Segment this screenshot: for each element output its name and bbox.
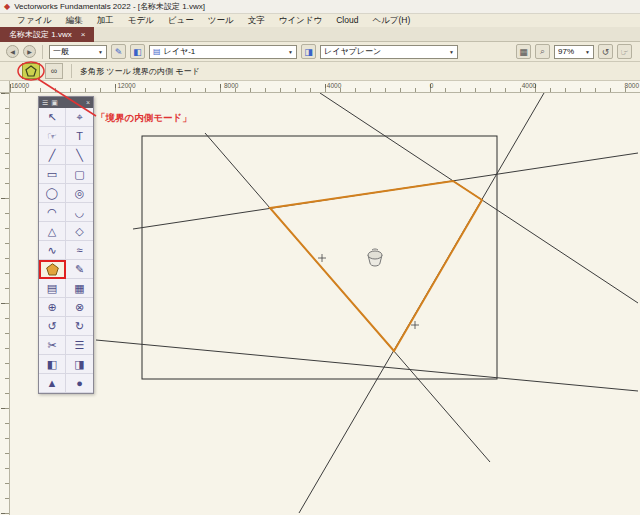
zoom-level-select[interactable]: 97% ▼ [554, 45, 594, 59]
forward-button[interactable]: ▶ [23, 45, 36, 58]
lasso-mode-button[interactable]: ∞ [45, 63, 63, 79]
palette-dock-icon[interactable]: ▣ [51, 99, 58, 107]
tool-icon[interactable]: ↖ [39, 108, 66, 127]
class-edit-button[interactable]: ✎ [111, 44, 126, 59]
menu-items: ファイル編集加工モデルビューツール文字ウインドウCloudヘルプ(H) [10, 15, 417, 27]
layer-icon: ▤ [153, 47, 161, 56]
palette-grid: ↖⌖☞T╱╲▭▢◯◎◠◡△◇∿≈✎▤▦⊕⊗↺↻✂☰◧◨▲● [39, 108, 93, 393]
tool-icon[interactable]: ☰ [66, 336, 93, 355]
menu-item[interactable]: ヘルプ(H) [365, 15, 417, 27]
boundary-inner-mode-icon [25, 65, 37, 77]
tool-icon[interactable]: ⊗ [66, 298, 93, 317]
menu-item[interactable]: ビュー [161, 15, 201, 27]
tool-icon[interactable]: △ [39, 222, 66, 241]
cross-mark [411, 321, 419, 329]
annotation-text: 「境界の内側モード」 [96, 112, 192, 125]
document-tab[interactable]: 名称未設定 1.vwx × [0, 27, 94, 42]
class-options-button[interactable]: ◧ [130, 44, 145, 59]
plane-select[interactable]: レイヤプレーン ▼ [320, 45, 458, 59]
menu-item[interactable]: 加工 [90, 15, 121, 27]
tool-icon[interactable]: ╲ [66, 146, 93, 165]
tool-icon[interactable]: ↻ [66, 317, 93, 336]
toolbar-separator [42, 45, 43, 59]
tool-icon[interactable]: ◎ [66, 184, 93, 203]
lasso-icon: ∞ [51, 66, 57, 76]
rotate-view-button[interactable]: ↺ [598, 44, 613, 59]
tool-icon[interactable]: ↺ [39, 317, 66, 336]
ruler-corner [0, 81, 10, 93]
menu-item[interactable]: ウインドウ [272, 15, 330, 27]
zoom-level-value: 97% [558, 47, 574, 56]
drawn-rectangle [142, 136, 497, 379]
plane-select-value: レイヤプレーン [324, 46, 381, 57]
tool-icon[interactable]: ✂ [39, 336, 66, 355]
tool-icon[interactable]: ⌖ [66, 108, 93, 127]
tab-close-icon[interactable]: × [81, 30, 86, 39]
tool-icon[interactable]: ● [66, 374, 93, 393]
palette-header[interactable]: ☰ ▣ × [39, 97, 93, 108]
view-controls: ▦ ⌕ 97% ▼ ↺ ☞ [516, 44, 632, 59]
tool-icon[interactable]: ≈ [66, 241, 93, 260]
tab-bar: 名称未設定 1.vwx × [0, 27, 640, 42]
tool-icon[interactable]: ☞ [39, 127, 66, 146]
zoom-tool-button[interactable]: ⌕ [535, 44, 550, 59]
class-select-value: 一般 [53, 46, 69, 57]
tool-icon[interactable]: ▤ [39, 279, 66, 298]
tool-icon[interactable]: ∿ [39, 241, 66, 260]
back-icon: ◀ [10, 48, 15, 55]
forward-icon: ▶ [27, 48, 32, 55]
menu-item[interactable]: ツール [201, 15, 241, 27]
pan-view-button[interactable]: ☞ [617, 44, 632, 59]
drawn-line [96, 340, 638, 391]
menu-item[interactable]: モデル [121, 15, 161, 27]
tool-icon[interactable]: T [66, 127, 93, 146]
magnifier-icon: ⌕ [540, 46, 545, 57]
drawing-svg[interactable] [10, 93, 640, 515]
boundary-inner-mode-button[interactable] [22, 63, 40, 79]
tool-icon[interactable]: ▭ [39, 165, 66, 184]
window-title: Vectorworks Fundamentals 2022 - [名称未設定 1… [14, 1, 205, 12]
tool-icon[interactable]: ⊕ [39, 298, 66, 317]
layer-select-value: レイヤ-1 [164, 46, 196, 57]
tool-icon[interactable]: ◠ [39, 203, 66, 222]
grid-button[interactable]: ▦ [516, 44, 531, 59]
menu-item[interactable]: 編集 [59, 15, 90, 27]
back-button[interactable]: ◀ [6, 45, 19, 58]
chevron-down-icon: ▼ [449, 49, 454, 55]
grid-icon: ▦ [519, 47, 528, 57]
bucket-cursor-icon [368, 249, 382, 266]
palette-close-icon[interactable]: × [86, 99, 90, 106]
tool-icon[interactable]: ▦ [66, 279, 93, 298]
tool-icon[interactable]: ▲ [39, 374, 66, 393]
menu-item[interactable]: ファイル [10, 15, 59, 27]
tool-icon[interactable]: ▢ [66, 165, 93, 184]
polygon-tool-icon [46, 263, 59, 276]
application-window: ◆ Vectorworks Fundamentals 2022 - [名称未設定… [0, 0, 640, 515]
class-options-icon: ◧ [133, 47, 142, 57]
chevron-down-icon: ▼ [288, 49, 293, 55]
pan-icon: ☞ [620, 47, 628, 57]
document-tab-label: 名称未設定 1.vwx [9, 29, 72, 40]
tool-icon[interactable]: ◧ [39, 355, 66, 374]
menu-item[interactable]: 文字 [241, 15, 272, 27]
tool-palette: ☰ ▣ × ↖⌖☞T╱╲▭▢◯◎◠◡△◇∿≈✎▤▦⊕⊗↺↻✂☰◧◨▲● [38, 96, 94, 394]
polygon-tool[interactable] [39, 260, 66, 279]
layer-select[interactable]: ▤ レイヤ-1 ▼ [149, 45, 297, 59]
horizontal-ruler [10, 81, 640, 93]
rotate-icon: ↺ [602, 47, 610, 57]
canvas-area[interactable] [10, 93, 640, 515]
menu-item[interactable]: Cloud [329, 15, 365, 27]
tool-icon[interactable]: ╱ [39, 146, 66, 165]
tool-icon[interactable]: ◡ [66, 203, 93, 222]
tool-icon[interactable]: ◨ [66, 355, 93, 374]
toolbar: ◀ ▶ 一般 ▼ ✎ ◧ ▤ レイヤ-1 ▼ ◨ レイヤプレーン ▼ ▦ ⌕ 9… [0, 42, 640, 62]
layer-options-button[interactable]: ◨ [301, 44, 316, 59]
class-select[interactable]: 一般 ▼ [49, 45, 107, 59]
palette-menu-icon[interactable]: ☰ [42, 99, 48, 107]
chevron-down-icon: ▼ [585, 49, 590, 55]
vertical-ruler [0, 93, 10, 515]
tool-icon[interactable]: ✎ [66, 260, 93, 279]
tool-icon[interactable]: ◯ [39, 184, 66, 203]
pen-icon: ✎ [115, 47, 123, 57]
tool-icon[interactable]: ◇ [66, 222, 93, 241]
